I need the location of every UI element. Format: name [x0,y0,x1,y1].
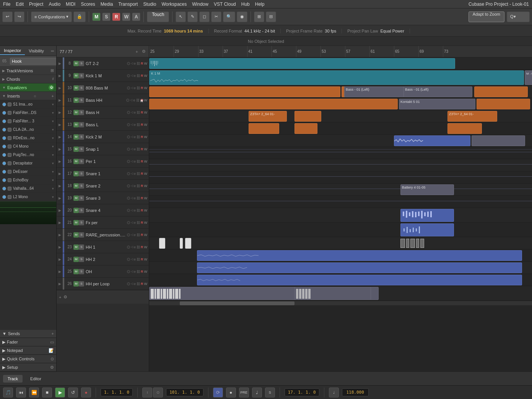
plugin-bypass-btn[interactable] [2,119,6,123]
ctrl-r[interactable]: R [141,196,143,200]
ctrl-arrow[interactable]: ◁ [131,196,133,200]
track-15-s-btn[interactable]: S [79,147,84,152]
ctrl-r[interactable]: R [141,282,143,286]
mute-tool[interactable]: ◉ [237,11,247,22]
clip-bassl-3[interactable] [447,123,482,134]
track-add-button[interactable]: + [136,49,138,54]
ctrl-w[interactable]: W [144,270,148,274]
track-11-s-btn[interactable]: S [79,98,84,103]
transport-click-btn[interactable]: 🎵 [3,388,13,397]
ctrl-link[interactable]: ⛓ [137,184,140,188]
solo-button[interactable]: S [102,13,111,21]
ctrl-arrow[interactable]: ◁ [131,221,133,224]
ctrl-arrow[interactable]: ◁ [131,86,133,90]
plugin-e-btn[interactable] [8,111,11,115]
ctrl-w[interactable]: W [144,62,148,65]
read-button[interactable]: R [112,13,120,21]
track-14-s-btn[interactable]: S [79,134,84,140]
grid-button[interactable]: ⊟ [266,11,276,22]
plugin-item[interactable]: DeEsser ▾ [0,168,56,176]
clip-hh1[interactable] [197,250,522,261]
clip-rare-r1[interactable] [400,239,405,248]
inspector-tab[interactable]: Inspector [0,47,25,55]
menu-midi[interactable]: MIDI [66,2,75,7]
ctrl-dot[interactable] [127,221,130,224]
track-23-s-btn[interactable]: S [79,244,84,250]
plugin-item[interactable]: FabFilter... 3 ▾ [0,117,56,125]
timeline-ruler[interactable]: 25 29 33 37 41 45 49 53 57 61 65 69 73 [149,46,532,57]
zoom-input[interactable]: Q▾ [507,11,530,22]
track-23-m-btn[interactable]: M [73,244,79,250]
ctrl-link[interactable]: ⛓ [137,172,140,176]
clip-kontakt-5-01[interactable]: Kontakt 5 01 [399,99,475,109]
ctrl-w[interactable]: W [144,233,148,237]
ctrl-arrow[interactable]: ◁ [131,74,133,77]
ctrl-link[interactable]: ⛓ [137,233,140,237]
ctrl-dot[interactable] [127,209,130,212]
track-22-s-btn[interactable]: S [79,232,84,238]
track-10-s-btn[interactable]: S [79,85,84,91]
ctrl-e[interactable]: e [134,74,136,78]
plugin-e-btn[interactable] [8,119,11,123]
transport-back-btn[interactable]: ⏪ [29,388,39,397]
ctrl-w[interactable]: W [144,257,148,261]
clip-bass01-left2[interactable]: Bass - 01 (Left) [403,86,472,97]
ctrl-dot[interactable] [127,197,130,200]
clip-bassl-1[interactable] [249,123,279,134]
plugin-item[interactable]: Decapitator ▾ [0,159,56,168]
ctrl-w[interactable]: W [144,172,148,176]
plugin-bypass-btn[interactable] [2,136,6,140]
clip-basshh-2[interactable] [477,99,530,109]
track-15-m-btn[interactable]: M [73,147,79,152]
clip-hhperloop-right[interactable] [294,287,371,300]
ctrl-link[interactable]: ⛓ [137,62,140,65]
track-8-s-btn[interactable]: S [79,61,84,66]
undo-button[interactable]: ↩ [2,11,13,22]
ctrl-r[interactable]: R [141,86,143,90]
menu-audio[interactable]: Audio [49,2,60,7]
track-settings-bottom-icon[interactable]: ⚙ [63,295,67,300]
menu-hub[interactable]: Hub [241,2,250,7]
inserts-section[interactable]: ▼ Inserts ○ + [0,92,56,100]
ctrl-w[interactable]: W [144,221,148,225]
track-17-expand[interactable]: ▶ [57,172,63,176]
ctrl-e[interactable]: e [134,147,136,151]
plugin-bypass-btn[interactable] [2,195,6,199]
arrange-scroll-thumb[interactable] [180,301,294,305]
ctrl-arrow[interactable]: ◁ [131,172,133,175]
ctrl-dot[interactable] [127,184,130,187]
plugin-expand[interactable]: ▾ [52,119,54,123]
ctrl-r[interactable]: R [141,147,143,151]
clip-snare4-midi[interactable] [400,209,454,222]
transport-loop-btn[interactable]: ↺ [68,388,78,397]
track-24-expand[interactable]: ▶ [57,257,63,261]
ctrl-dot[interactable] [127,160,130,163]
clip-kick2m-2[interactable] [472,135,525,146]
config-lock-button[interactable]: 🔒 [73,11,86,22]
clip-z3ta-2[interactable]: Z3TA+ 2_64 01- [447,111,497,122]
track-21-m-btn[interactable]: M [73,220,79,225]
track-18-s-btn[interactable]: S [79,183,84,189]
erase-tool[interactable]: ◻ [199,11,210,22]
plugin-item[interactable]: EchoBoy ▾ [0,176,56,184]
track-25-expand[interactable]: ▶ [57,270,63,274]
menu-studio[interactable]: Studio [143,2,156,7]
ctrl-w[interactable]: W [144,74,148,78]
plugin-expand[interactable]: ▾ [52,178,54,182]
clip-rare-2[interactable] [180,238,183,249]
ctrl-r[interactable]: R [141,111,143,114]
ctrl-arrow[interactable]: ◁ [131,62,133,65]
menu-project[interactable]: Project [29,2,43,7]
track-20-m-btn[interactable]: M [73,208,79,213]
ctrl-e[interactable]: e [133,98,135,102]
split-tool[interactable]: ✂ [211,11,221,22]
track-17-m-btn[interactable]: M [73,171,79,176]
ctrl-r[interactable]: R [141,233,143,237]
snap-button[interactable]: ⊞ [254,11,264,22]
clip-808bass-1[interactable] [149,86,340,97]
ctrl-r[interactable]: R [141,270,143,274]
ctrl-dot[interactable] [127,111,130,114]
plugin-e-btn[interactable] [8,128,11,132]
ctrl-arrow[interactable]: ◁ [131,208,133,212]
inspector-collapse-btn[interactable]: ═ [49,47,56,55]
